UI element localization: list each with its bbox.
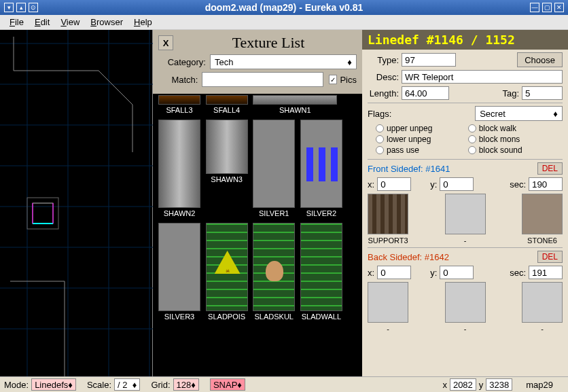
menu-help[interactable]: Help [128, 16, 158, 29]
back-sidedef-header: Back Sidedef: #1642 [368, 252, 449, 262]
mode-dropdown[interactable]: Linedefs ♦ [31, 378, 76, 391]
match-input[interactable] [202, 72, 323, 87]
front-x-input[interactable] [377, 177, 411, 191]
texture-panel: X Texture List Category: Tech♦ Match: ✓ … [153, 30, 362, 376]
close-button[interactable]: ✕ [554, 3, 564, 12]
texture-title: Texture List [180, 34, 357, 52]
map-canvas[interactable] [0, 30, 153, 376]
back-x-input[interactable] [377, 266, 411, 279]
titlebar: ▾ ▴ ⊙ doom2.wad (map29) - Eureka v0.81 —… [0, 0, 568, 15]
grid-dropdown[interactable]: 128 ♦ [173, 378, 199, 391]
back-y-input[interactable] [440, 266, 474, 279]
pin-icon[interactable]: ⊙ [29, 3, 38, 12]
mapname: map29 [526, 380, 553, 390]
back-sec-input[interactable] [529, 266, 563, 279]
pics-checkbox[interactable]: ✓ [329, 75, 337, 84]
minimize-button[interactable]: — [530, 3, 539, 12]
flag-upper-unpeg[interactable]: upper unpeg [376, 124, 465, 133]
back-lower-tex[interactable] [522, 282, 563, 323]
menu-file[interactable]: File [4, 16, 29, 29]
tag-label: Tag: [502, 88, 519, 99]
flag-block-mons[interactable]: block mons [468, 135, 558, 144]
maximize-button[interactable]: ▢ [542, 3, 552, 12]
front-sec-input[interactable] [529, 177, 563, 191]
front-mid-tex[interactable] [445, 194, 486, 234]
type-label: Type: [368, 55, 399, 65]
tag-input[interactable] [522, 86, 563, 100]
back-mid-tex[interactable] [445, 282, 486, 323]
sysmenu-icon[interactable]: ▾ [4, 3, 14, 12]
chevron-icon: ♦ [347, 57, 352, 67]
linedef-header: Linedef #1146 / 1152 [362, 30, 568, 50]
chevron-icon: ♦ [553, 109, 558, 119]
flags-dropdown[interactable]: Secret♦ [475, 106, 563, 121]
y-coord: 3238 [486, 378, 512, 391]
grid-label: Grid: [151, 380, 170, 390]
rollup-icon[interactable]: ▴ [16, 3, 26, 12]
flag-block-sound[interactable]: block sound [468, 145, 558, 155]
texture-grid[interactable]: SFALL3 SFALL4 SHAWN1 SHAWN2 SHAWN3 SILVE… [153, 94, 362, 376]
svg-rect-13 [27, 198, 58, 229]
flag-pass-use[interactable]: pass use [376, 145, 465, 155]
front-del-button[interactable]: DEL [537, 162, 563, 175]
front-sidedef-header: Front Sidedef: #1641 [368, 164, 450, 174]
mode-label: Mode: [4, 380, 29, 390]
menu-browser[interactable]: Browser [85, 16, 128, 29]
menu-view[interactable]: View [55, 16, 85, 29]
linedef-panel: Linedef #1146 / 1152 Type: Choose Desc: … [362, 30, 568, 376]
window-title: doom2.wad (map29) - Eureka v0.81 [39, 2, 529, 13]
type-input[interactable] [402, 53, 456, 67]
flags-label: Flags: [368, 109, 391, 119]
length-label: Length: [368, 88, 399, 99]
menubar: File Edit View Browser Help [0, 15, 568, 30]
front-lower-tex[interactable] [522, 194, 563, 234]
choose-button[interactable]: Choose [517, 52, 563, 67]
scale-dropdown[interactable]: / 2 ♦ [114, 378, 140, 391]
desc-label: Desc: [368, 72, 399, 82]
back-upper-tex[interactable] [368, 282, 408, 323]
front-upper-tex[interactable] [368, 194, 408, 234]
category-label: Category: [158, 57, 206, 67]
flag-lower-unpeg[interactable]: lower unpeg [376, 135, 465, 144]
pics-label: Pics [340, 75, 357, 85]
scale-label: Scale: [87, 380, 111, 390]
front-y-input[interactable] [440, 177, 474, 191]
menu-edit[interactable]: Edit [29, 16, 55, 29]
flag-block-walk[interactable]: block walk [468, 124, 558, 133]
back-del-button[interactable]: DEL [537, 251, 563, 263]
category-dropdown[interactable]: Tech♦ [210, 54, 357, 69]
match-label: Match: [158, 75, 198, 85]
snap-toggle[interactable]: SNAP ♦ [210, 378, 245, 391]
statusbar: Mode: Linedefs ♦ Scale: / 2 ♦ Grid: 128 … [0, 376, 568, 392]
length-value: 64.00 [402, 86, 449, 100]
texture-close-button[interactable]: X [158, 35, 173, 50]
x-coord: 2082 [450, 378, 476, 391]
desc-value: WR Teleport [402, 70, 563, 84]
